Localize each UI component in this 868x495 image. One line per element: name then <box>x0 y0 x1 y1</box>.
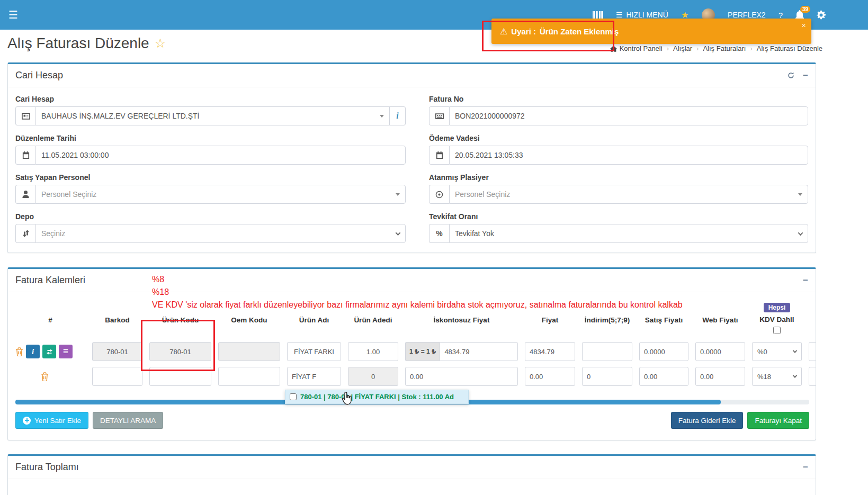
barkod-input[interactable] <box>92 367 142 386</box>
urun-kodu-input <box>149 342 211 361</box>
menu-lines-icon: ☰ <box>616 11 623 19</box>
toplam-panel-title: Fatura Toplamı <box>15 462 79 473</box>
row-info-button[interactable]: i <box>26 345 40 358</box>
fatura-kalemleri-panel: Fatura Kalemleri − # Barkod Ürün Kodu Oe… <box>7 267 816 440</box>
odeme-vadesi-input[interactable] <box>449 146 808 165</box>
breadcrumb-separator: › <box>696 44 699 52</box>
fatura-no-input[interactable] <box>449 106 808 125</box>
col-iskontosuz-fiyat: İskontosuz Fiyat <box>405 292 518 337</box>
depo-field: Depo Seçiniz <box>15 212 406 243</box>
tevkifat-select[interactable]: Tevkifat Yok <box>449 224 808 243</box>
fiyat-input[interactable] <box>525 342 575 361</box>
kdv-dahil-checkbox[interactable] <box>773 327 781 334</box>
cari-hesap-panel: Cari Hesap − Cari Hesap BAUHAUS İNŞ.MALZ… <box>7 62 816 253</box>
oem-kodu-input <box>218 342 280 361</box>
collapse-panel-icon[interactable]: − <box>803 71 808 80</box>
detayli-arama-button[interactable]: DETAYLI ARAMA <box>93 412 163 429</box>
target-icon <box>429 185 449 204</box>
fatura-no-field: Fatura No <box>429 95 808 125</box>
breadcrumb-separator: › <box>750 44 752 52</box>
col-hash: # <box>15 292 85 337</box>
web-fiyati-input[interactable] <box>695 367 745 386</box>
col-web-fiyati: Web Fiyatı <box>695 292 745 337</box>
plus-circle-icon <box>23 417 31 425</box>
notification-count-badge: 39 <box>800 6 810 13</box>
urun-autocomplete-dropdown: 780-01 | 780-01 | FİYAT FARKI | Stok : 1… <box>285 390 469 404</box>
kalemler-table-header: # Barkod Ürün Kodu Oem Kodu Ürün Adı Ürü… <box>15 292 816 337</box>
toast-close-icon[interactable]: × <box>801 21 806 29</box>
fatura-toplami-panel: Fatura Toplamı − <box>7 454 816 495</box>
urun-adedi-input <box>348 367 398 386</box>
urun-kodu-input[interactable] <box>149 367 211 386</box>
cari-hesap-select[interactable]: BAUHAUS İNŞ.MALZ.EV GEREÇLERİ LTD.ŞTİ <box>35 106 390 125</box>
tevkifat-label: Tevkifat Oranı <box>429 212 808 221</box>
depo-label: Depo <box>15 212 406 221</box>
odeme-vadesi-label: Ödeme Vadesi <box>429 134 808 142</box>
col-urun-kodu: Ürün Kodu <box>149 292 211 337</box>
row-list-button[interactable]: ≡ <box>59 345 73 358</box>
hepsi-badge[interactable]: Hepsi <box>764 303 791 312</box>
duzenleme-tarihi-input[interactable] <box>35 146 406 165</box>
collapse-panel-icon[interactable]: − <box>803 276 808 285</box>
warning-toast[interactable]: ⚠ Uyari : Ürün Zaten Eklenmiş × <box>491 19 811 44</box>
oem-kodu-input[interactable] <box>218 367 280 386</box>
col-satis-fiyati: Satış Fiyatı <box>639 292 688 337</box>
fiyat-input[interactable] <box>525 367 575 386</box>
username-label[interactable]: PERFLEX2 <box>728 11 766 19</box>
tevkifat-field: Tevkifat Oranı % Tevkifat Yok <box>429 212 808 243</box>
kalemler-panel-title: Fatura Kalemleri <box>15 275 85 286</box>
web-fiyati-input[interactable] <box>695 342 745 361</box>
kdv-select[interactable]: %0 <box>752 342 802 361</box>
indirim-input[interactable] <box>582 367 632 386</box>
col-urun-adedi: Ürün Adedi <box>348 292 398 337</box>
percent-icon: % <box>429 224 449 243</box>
faturayi-kapat-button[interactable]: Faturayı Kapat <box>747 412 809 429</box>
col-oem-kodu: Oem Kodu <box>218 292 280 337</box>
kdv-select[interactable]: %18 <box>752 367 802 386</box>
breadcrumb-separator: › <box>667 44 669 52</box>
col-extra <box>809 292 816 337</box>
chevron-down-icon <box>396 193 400 196</box>
satis-personel-select[interactable]: Personel Seçiniz <box>35 185 406 204</box>
autocomplete-item-label: 780-01 | 780-01 | FİYAT FARKI | Stok : 1… <box>300 393 454 401</box>
delete-row-icon[interactable] <box>15 347 23 356</box>
select-chevron-icon <box>793 348 797 353</box>
row-swap-button[interactable] <box>42 345 56 358</box>
barcode-icon[interactable] <box>593 11 603 19</box>
delete-row-icon[interactable] <box>41 372 49 381</box>
iskontosuz-fiyat-input[interactable] <box>405 367 518 386</box>
extra-input[interactable] <box>809 367 816 386</box>
extra-input[interactable] <box>809 342 816 361</box>
refresh-icon[interactable] <box>788 72 794 79</box>
quick-menu-button[interactable]: ☰ HIZLI MENÜ <box>616 11 668 19</box>
iskontosuz-fiyat-input[interactable] <box>440 342 518 361</box>
urun-adi-input[interactable] <box>287 367 341 386</box>
plasiyer-select[interactable]: Personel Seçiniz <box>449 185 808 204</box>
autocomplete-item[interactable]: 780-01 | 780-01 | FİYAT FARKI | Stok : 1… <box>285 390 469 404</box>
plasiyer-field: Atanmış Plasiyer Personel Seçiniz <box>429 173 808 204</box>
settings-gear-icon[interactable] <box>817 11 826 20</box>
fatura-gideri-ekle-button[interactable]: Fatura Gideri Ekle <box>671 412 744 429</box>
depo-select[interactable]: Seçiniz <box>35 224 406 243</box>
cari-info-button[interactable]: i <box>390 106 406 125</box>
satis-fiyati-input[interactable] <box>639 367 688 386</box>
collapse-panel-icon[interactable]: − <box>803 463 808 472</box>
yeni-satir-ekle-button[interactable]: Yeni Satır Ekle <box>15 412 88 429</box>
breadcrumb-home[interactable]: Kontrol Paneli <box>610 44 663 52</box>
favorite-page-star-icon[interactable]: ☆ <box>155 36 166 51</box>
breadcrumb-alislar[interactable]: Alışlar <box>673 44 692 52</box>
chevron-down-icon <box>798 193 802 196</box>
satis-fiyati-input[interactable] <box>639 342 688 361</box>
page-title: Alış Faturası Düzenle ☆ <box>7 35 166 52</box>
help-icon[interactable]: ? <box>778 11 783 20</box>
sidebar-toggle-icon[interactable]: ☰ <box>8 8 18 21</box>
home-icon <box>610 46 617 52</box>
urun-adi-input[interactable] <box>287 342 341 361</box>
calendar-icon <box>15 146 35 165</box>
urun-adedi-input[interactable] <box>348 342 398 361</box>
person-icon <box>15 185 35 204</box>
transfer-arrows-icon <box>15 224 35 243</box>
breadcrumb-alis-faturalari[interactable]: Alış Faturaları <box>703 44 746 52</box>
indirim-input[interactable] <box>582 342 632 361</box>
autocomplete-item-checkbox[interactable] <box>290 393 297 400</box>
